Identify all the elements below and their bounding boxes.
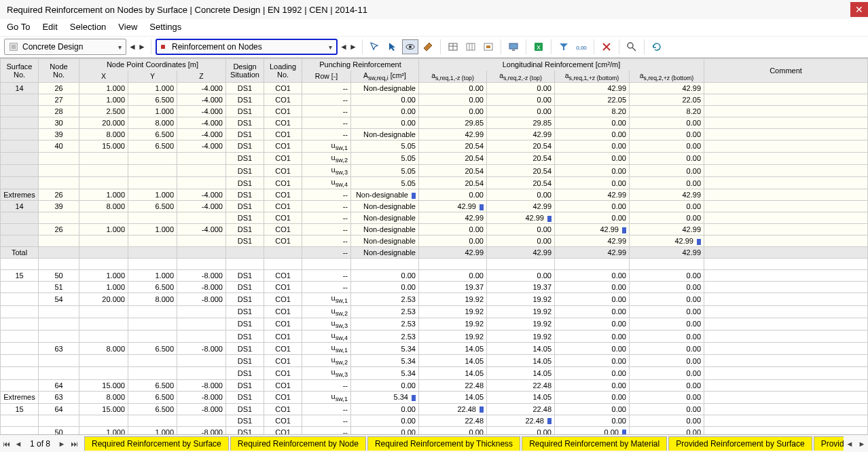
cell-node[interactable]: 27 [39,94,79,105]
cell-y[interactable]: 1.000 [128,105,177,117]
cell-a4[interactable]: 0.00 [630,117,704,128]
cell-node[interactable] [39,212,79,224]
cell-a4[interactable]: 0.00 [630,201,704,212]
cell-ds[interactable]: DS1 [226,305,264,318]
cell-x[interactable] [79,212,128,224]
tab-req-by-material[interactable]: Required Reinforcement by Material [522,436,667,451]
table-row[interactable]: Extremes261.0001.000-4.000DS1CO1--Non-de… [1,189,868,201]
cell-ds[interactable]: DS1 [226,189,264,201]
tabs-scroll-right-icon[interactable]: ► [856,440,868,448]
table-row[interactable]: DS1CO1usw,25.3414.0514.050.000.00 [1,355,868,367]
cell-z[interactable]: -8.000 [177,379,226,391]
cell-surf[interactable] [1,105,39,117]
table-row[interactable]: 156415.0006.500-8.000DS1CO1--0.0022.48 2… [1,403,868,415]
cell-a4[interactable]: 42.99 [630,82,704,94]
cell-ds[interactable]: DS1 [226,355,264,367]
cell-a3[interactable]: 0.00 [555,318,630,330]
cell-lo[interactable]: CO1 [264,379,302,391]
cell-y[interactable] [128,355,177,367]
cell-cmt[interactable] [704,259,868,270]
cell-asw[interactable]: Non-designable [351,82,419,94]
table-row[interactable]: 511.0006.500-8.000DS1CO1--0.0019.3719.37… [1,282,868,293]
cell-asw[interactable]: 5.05 [351,177,419,189]
cell-a2[interactable]: 0.00 [487,82,555,94]
cell-ds[interactable]: DS1 [226,282,264,293]
close-button[interactable]: ✕ [850,2,868,17]
cell-a1[interactable]: 0.00 [419,224,487,235]
cell-ds[interactable]: DS1 [226,293,264,305]
cell-a4[interactable]: 0.00 [630,403,704,415]
cell-cmt[interactable] [704,391,868,403]
cell-x[interactable] [79,318,128,330]
cell-ds[interactable]: DS1 [226,318,264,330]
cell-z[interactable]: -4.000 [177,82,226,94]
results-table-wrap[interactable]: SurfaceNo. NodeNo. Node Point Coordinate… [0,58,868,434]
table-row[interactable]: DS1CO1usw,32.5319.9219.920.000.00 [1,318,868,330]
cell-y[interactable]: 1.000 [128,82,177,94]
cell-ds[interactable]: DS1 [226,117,264,128]
cell-lo[interactable]: CO1 [264,140,302,152]
cell-ds[interactable]: DS1 [226,212,264,224]
cell-x[interactable]: 8.000 [79,128,128,140]
cell-node[interactable]: 26 [39,224,79,235]
table-row[interactable]: 15501.0001.000-8.000DS1CO1--0.000.000.00… [1,270,868,282]
table-row[interactable]: DS1CO1--0.0022.4822.48 0.000.00 [1,415,868,426]
cell-row[interactable]: -- [302,247,351,259]
cell-surf[interactable] [1,140,39,152]
cell-a4[interactable]: 0.00 [630,415,704,426]
next-arrow-1[interactable]: ► [137,39,147,54]
cell-row[interactable]: -- [302,224,351,235]
cell-a1[interactable]: 22.48 [419,379,487,391]
cell-x[interactable] [79,177,128,189]
cell-row[interactable]: -- [302,212,351,224]
cell-a3[interactable] [555,259,630,270]
cell-a1[interactable]: 20.54 [419,164,487,176]
cell-z[interactable] [177,415,226,426]
cell-a1[interactable]: 0.00 [419,270,487,282]
cell-cmt[interactable] [704,403,868,415]
cell-row[interactable]: -- [302,117,351,128]
cell-a4[interactable]: 0.00 [630,426,704,434]
th-asw[interactable]: Asw,req,i [cm²] [351,71,419,83]
cell-a1[interactable]: 42.99 [419,201,487,212]
cell-row[interactable]: -- [302,282,351,293]
cell-a2[interactable]: 0.00 [487,105,555,117]
tab-prov-by-surface[interactable]: Provided Reinforcement by Surface [668,436,812,451]
cell-a3[interactable]: 0.00 [555,355,630,367]
cell-a1[interactable]: 0.00 [419,94,487,105]
cell-surf[interactable] [1,426,39,434]
menu-view[interactable]: View [118,22,137,32]
cell-a2[interactable]: 0.00 [487,235,555,247]
cell-row[interactable]: -- [302,201,351,212]
cell-node[interactable] [39,305,79,318]
cell-lo[interactable]: CO1 [264,426,302,434]
cell-ds[interactable]: DS1 [226,201,264,212]
tab-req-by-surface[interactable]: Required Reinforcement by Surface [84,436,229,451]
cell-z[interactable] [177,235,226,247]
cell-a3[interactable]: 0.00 [555,140,630,152]
cell-y[interactable]: 6.500 [128,128,177,140]
excel-export-icon[interactable]: X [530,39,547,54]
cell-a1[interactable] [419,259,487,270]
th-a3[interactable]: as,req,1,+z (bottom) [555,71,630,83]
table-row[interactable]: 14261.0001.000-4.000DS1CO1--Non-designab… [1,82,868,94]
cell-y[interactable]: 6.500 [128,343,177,355]
cell-row[interactable]: usw,4 [302,330,351,342]
page-next-icon[interactable]: ► [56,440,68,448]
cell-node[interactable]: 63 [39,391,79,403]
cell-a1[interactable]: 22.48 [419,403,487,415]
cell-a1[interactable]: 19.37 [419,282,487,293]
cell-a4[interactable]: 0.00 [630,152,704,164]
cell-a1[interactable]: 19.92 [419,330,487,342]
prev-arrow-2[interactable]: ◄ [339,39,348,54]
cell-node[interactable]: 28 [39,105,79,117]
cell-surf[interactable] [1,212,39,224]
cell-asw[interactable]: 5.34 [351,355,419,367]
cell-node[interactable]: 54 [39,293,79,305]
cell-a2[interactable]: 42.99 [487,247,555,259]
result-table-combo[interactable]: Reinforcement on Nodes ▾ [156,39,338,55]
cell-row[interactable]: -- [302,379,351,391]
cell-lo[interactable]: CO1 [264,105,302,117]
cell-a2[interactable]: 0.00 [487,224,555,235]
cell-node[interactable]: 39 [39,128,79,140]
